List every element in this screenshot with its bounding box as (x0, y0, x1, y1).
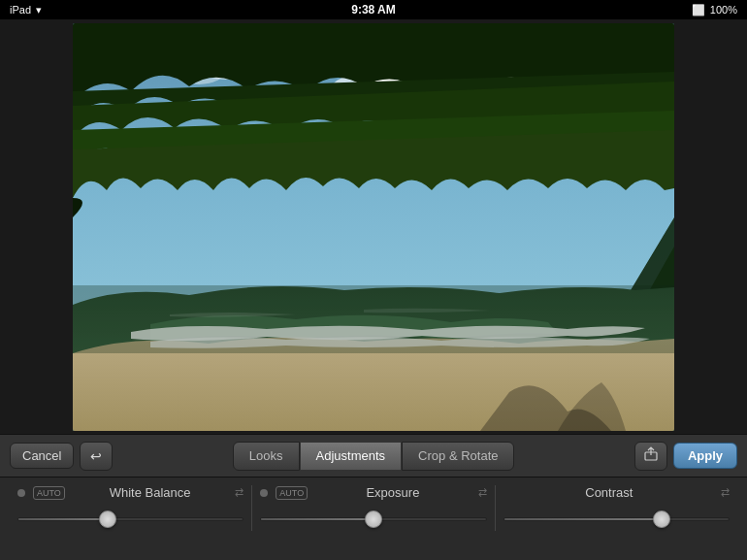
undo-button[interactable]: ↩ (80, 442, 113, 471)
wb-slider-fill (18, 518, 109, 520)
contrast-label: Contrast (503, 485, 715, 500)
apply-button[interactable]: Apply (673, 443, 737, 469)
wifi-icon: ▾ (36, 4, 42, 16)
undo-icon: ↩ (90, 448, 102, 464)
wb-slider-track (17, 517, 244, 521)
wb-slider[interactable] (17, 508, 244, 531)
tab-looks[interactable]: Looks (233, 442, 300, 471)
toolbar-left: Cancel ↩ (10, 442, 113, 471)
status-bar: iPad ▾ 9:38 AM ⬜ 100% (0, 0, 747, 19)
photo-area (0, 19, 747, 434)
battery-label: 100% (710, 4, 737, 16)
exposure-control: AUTO Exposure ⇄ (252, 485, 495, 531)
contrast-options-icon[interactable]: ⇄ (721, 486, 730, 499)
exp-slider-thumb[interactable] (365, 511, 382, 528)
device-label: iPad (10, 4, 31, 16)
photo-container (73, 23, 674, 431)
wb-auto-dot (17, 489, 25, 497)
exp-slider[interactable] (260, 508, 486, 531)
clock: 9:38 AM (351, 3, 396, 16)
toolbar-tabs: Looks Adjustments Crop & Rotate (233, 442, 515, 471)
beach-photo (73, 23, 674, 431)
contrast-header: Contrast ⇄ (503, 485, 730, 500)
contrast-control: Contrast ⇄ (496, 485, 737, 531)
exp-slider-fill (261, 518, 374, 520)
exp-auto-dot (260, 489, 268, 497)
toolbar-top: Cancel ↩ Looks Adjustments Crop & Rotate (0, 435, 747, 478)
battery-icon: ⬜ (692, 4, 705, 16)
toolbar-right: Apply (634, 442, 737, 471)
svg-rect-9 (73, 285, 674, 353)
wb-options-icon[interactable]: ⇄ (235, 486, 244, 499)
share-button[interactable] (634, 442, 667, 471)
contrast-slider-track (503, 517, 730, 521)
share-icon (643, 446, 659, 465)
contrast-slider-fill (504, 518, 662, 520)
cancel-button[interactable]: Cancel (10, 443, 74, 469)
contrast-slider-thumb[interactable] (653, 511, 670, 528)
wb-slider-thumb[interactable] (99, 511, 116, 528)
adjustments-panel: AUTO White Balance ⇄ AUTO Exposure ⇄ (0, 478, 747, 560)
wb-auto-label[interactable]: AUTO (33, 486, 65, 500)
tab-adjustments[interactable]: Adjustments (300, 442, 403, 471)
bottom-toolbar: Cancel ↩ Looks Adjustments Crop & Rotate (0, 434, 747, 560)
exp-options-icon[interactable]: ⇄ (478, 486, 487, 499)
white-balance-control: AUTO White Balance ⇄ (10, 485, 252, 531)
exp-auto-label[interactable]: AUTO (276, 486, 308, 500)
exposure-header: AUTO Exposure ⇄ (260, 485, 486, 500)
tab-crop-rotate[interactable]: Crop & Rotate (402, 442, 514, 471)
white-balance-header: AUTO White Balance ⇄ (17, 485, 244, 500)
contrast-slider[interactable] (503, 508, 730, 531)
exp-label: Exposure (313, 485, 471, 500)
wb-label: White Balance (71, 485, 229, 500)
